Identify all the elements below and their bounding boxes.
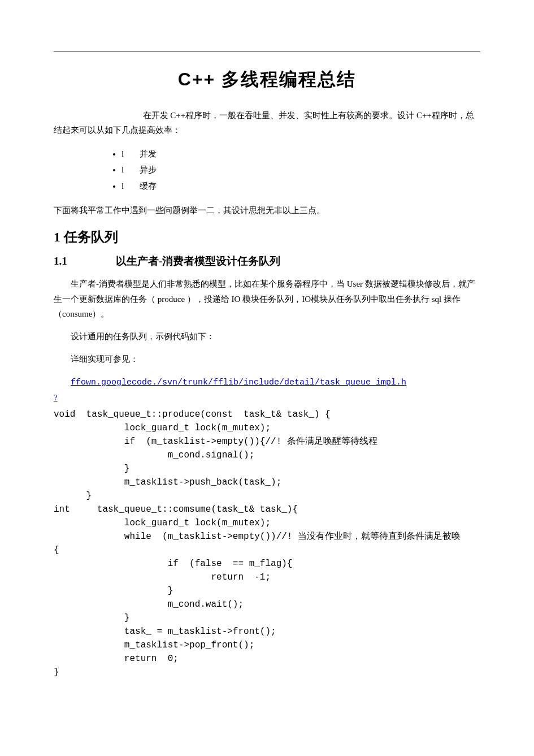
document-page: C++ 多线程编程总结 在开发 C++程序时，一般在吞吐量、并发、实时性上有较高… [0, 0, 534, 713]
link-q-line: ? [54, 391, 480, 405]
document-title: C++ 多线程编程总结 [54, 67, 480, 92]
link-line: ffown.googlecode./svn/trunk/fflib/includ… [54, 375, 480, 390]
list-item: l异步 [121, 162, 480, 178]
after-points-paragraph: 下面将我平常工作中遇到一些问题例举一二，其设计思想无非以上三点。 [54, 203, 480, 218]
subsection-title: 以生产者-消费者模型设计任务队列 [116, 255, 280, 267]
section-1-1-heading: 1.1以生产者-消费者模型设计任务队列 [54, 254, 480, 269]
bullet-list: l并发 l异步 l缓存 [54, 146, 480, 195]
list-label: 缓存 [140, 182, 157, 191]
list-num: l [121, 146, 140, 162]
intro-text: 在开发 C++程序时，一般在吞吐量、并发、实时性上有较高的要求。设计 C++程序… [54, 111, 474, 135]
list-label: 异步 [140, 165, 157, 174]
code-block: void task_queue_t::produce(const task_t&… [54, 408, 480, 679]
paragraph-3: 详细实现可参见： [54, 352, 480, 366]
list-item: l并发 [121, 146, 480, 162]
paragraph-1: 生产者-消费者模型是人们非常熟悉的模型，比如在某个服务器程序中，当 User 数… [54, 277, 480, 321]
paragraph-2: 设计通用的任务队列，示例代码如下： [54, 329, 480, 344]
source-link[interactable]: ffown.googlecode./svn/trunk/fflib/includ… [71, 378, 406, 387]
source-link-q[interactable]: ? [54, 393, 58, 402]
list-label: 并发 [140, 149, 157, 158]
list-num: l [121, 162, 140, 178]
intro-paragraph: 在开发 C++程序时，一般在吞吐量、并发、实时性上有较高的要求。设计 C++程序… [54, 108, 480, 138]
top-rule [54, 51, 480, 51]
subsection-number: 1.1 [54, 255, 116, 267]
list-num: l [121, 178, 140, 195]
list-item: l缓存 [121, 178, 480, 195]
section-1-heading: 1 任务队列 [54, 228, 480, 246]
